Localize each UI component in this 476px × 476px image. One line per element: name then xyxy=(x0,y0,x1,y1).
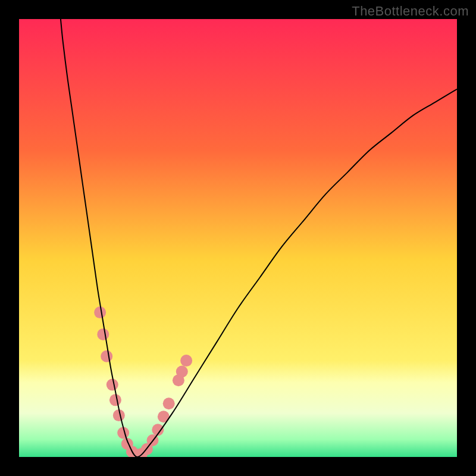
marker-point xyxy=(94,306,106,318)
markers-group xyxy=(94,306,192,457)
marker-point xyxy=(97,328,109,340)
chart-overlay xyxy=(19,19,457,457)
marker-point xyxy=(176,365,188,377)
marker-point xyxy=(109,394,121,406)
marker-point xyxy=(107,379,118,391)
chart-frame: TheBottleneck.com xyxy=(0,0,476,476)
watermark-text: TheBottleneck.com xyxy=(352,4,469,19)
bottleneck-curve xyxy=(61,19,457,457)
marker-point xyxy=(163,397,175,409)
plot-area xyxy=(19,19,457,457)
marker-point xyxy=(101,350,112,362)
marker-point xyxy=(180,355,192,367)
